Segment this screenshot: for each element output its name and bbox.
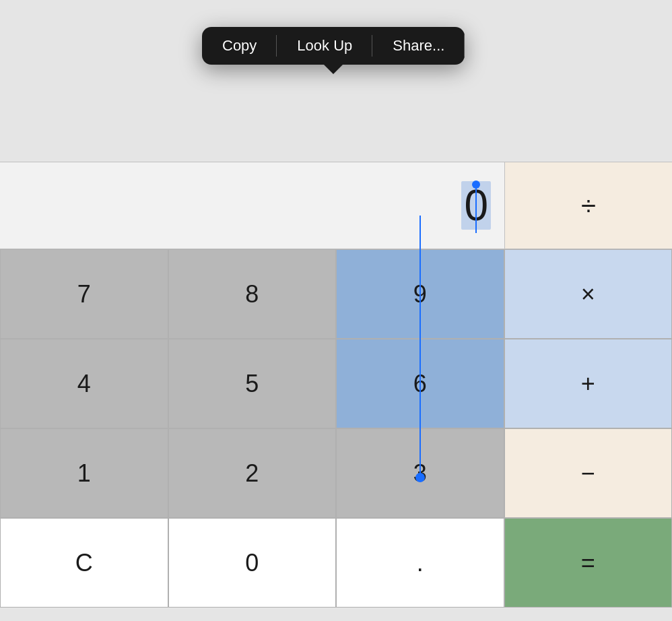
key-9[interactable]: 9: [336, 249, 504, 339]
key-7[interactable]: 7: [0, 249, 168, 339]
key-4[interactable]: 4: [0, 339, 168, 428]
key-equals[interactable]: =: [504, 518, 673, 608]
key-3[interactable]: 3: [336, 428, 504, 518]
key-decimal[interactable]: .: [336, 518, 504, 608]
display-operator: ÷: [504, 162, 672, 249]
key-clear[interactable]: C: [0, 518, 168, 608]
key-add[interactable]: +: [504, 339, 673, 428]
key-8[interactable]: 8: [168, 249, 337, 339]
key-5[interactable]: 5: [168, 339, 337, 428]
context-menu: Copy Look Up Share...: [202, 27, 465, 65]
calculator: 0 ÷ 7 8 9 × 4 5 6 +: [0, 162, 672, 621]
context-menu-share[interactable]: Share...: [372, 27, 465, 65]
top-area: Copy Look Up Share...: [0, 0, 672, 162]
key-1[interactable]: 1: [0, 428, 168, 518]
keypad: 7 8 9 × 4 5 6 + 1 2 3: [0, 249, 672, 608]
display-area: 0: [0, 162, 504, 249]
context-menu-lookup[interactable]: Look Up: [277, 27, 372, 65]
key-2[interactable]: 2: [168, 428, 337, 518]
context-menu-copy[interactable]: Copy: [202, 27, 277, 65]
display-cursor: [475, 186, 477, 233]
key-subtract[interactable]: −: [504, 428, 673, 518]
key-6[interactable]: 6: [336, 339, 504, 428]
key-multiply[interactable]: ×: [504, 249, 673, 339]
context-menu-arrow: [324, 65, 343, 74]
key-0[interactable]: 0: [168, 518, 337, 608]
display-row: 0 ÷: [0, 162, 672, 249]
